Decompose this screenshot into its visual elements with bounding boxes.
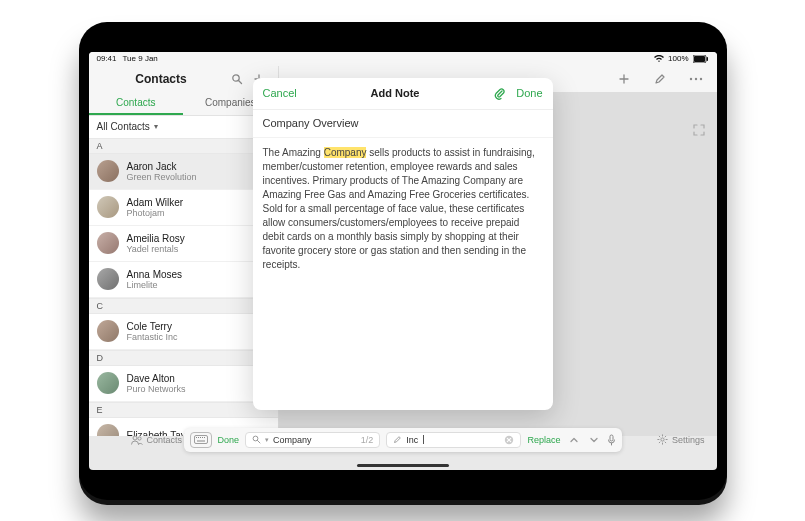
done-button[interactable]: Done (516, 87, 542, 99)
note-body-prefix: The Amazing (263, 147, 324, 158)
prev-match-button[interactable] (567, 435, 581, 445)
microphone-icon[interactable] (607, 434, 616, 446)
contact-company: Limelite (127, 280, 183, 290)
contact-list[interactable]: All Contacts ▾ A Aaron JackGreen Revolut… (89, 116, 279, 436)
contact-company: Yadel rentals (127, 244, 185, 254)
tab-companies-label: Companies (205, 97, 256, 108)
list-item[interactable]: Adam WilkerPhotojam (89, 190, 278, 226)
contact-name: Ameilia Rosy (127, 233, 185, 244)
contact-company: Photojam (127, 208, 184, 218)
contact-name: Anna Moses (127, 269, 183, 280)
contact-company: Green Revolution (127, 172, 197, 182)
wifi-icon (654, 55, 664, 63)
pencil-icon (393, 435, 402, 444)
status-bar: 09:41 Tue 9 Jan 100% (89, 52, 717, 66)
clear-icon[interactable] (504, 435, 514, 445)
add-note-modal: Cancel Add Note Done Company Overview Th… (253, 78, 553, 410)
cancel-button[interactable]: Cancel (263, 87, 297, 99)
status-date: Tue 9 Jan (123, 54, 158, 63)
replace-input[interactable]: Inc (386, 432, 521, 448)
sidebar-title: Contacts (97, 72, 226, 86)
people-icon (131, 435, 143, 445)
note-subject-value: Company Overview (263, 117, 359, 129)
modal-title: Add Note (297, 87, 493, 99)
list-item[interactable]: Anna MosesLimelite (89, 262, 278, 298)
sidebar-tabs: Contacts Companies (89, 92, 278, 116)
chevron-down-icon: ▾ (154, 122, 158, 131)
svg-rect-14 (194, 436, 207, 444)
bottom-contacts-chip[interactable]: Contacts (131, 428, 183, 452)
battery-pct: 100% (668, 54, 688, 63)
svg-rect-20 (197, 441, 205, 442)
avatar (97, 268, 119, 290)
bottom-settings-chip[interactable]: Settings (657, 428, 705, 452)
screen: 09:41 Tue 9 Jan 100% Contacts (89, 52, 717, 470)
list-item[interactable]: Cole TerryFantastic Inc (89, 314, 278, 350)
replace-button[interactable]: Replace (527, 435, 560, 445)
header-add-icon[interactable] (613, 68, 635, 90)
contact-name: Dave Alton (127, 373, 186, 384)
avatar (97, 424, 119, 436)
find-input[interactable]: ▾ Company 1/2 (245, 432, 380, 448)
bottom-settings-label: Settings (672, 435, 705, 445)
section-letter: E (97, 405, 103, 415)
list-item[interactable]: Aaron JackGreen Revolution (89, 154, 278, 190)
more-icon[interactable] (685, 68, 707, 90)
chevron-down-icon[interactable]: ▾ (265, 436, 269, 444)
svg-line-22 (257, 440, 260, 443)
section-letter: C (97, 301, 104, 311)
search-icon[interactable] (226, 68, 248, 90)
battery-icon (693, 55, 709, 63)
pencil-icon[interactable] (649, 68, 671, 90)
match-count: 1/2 (361, 435, 374, 445)
svg-point-13 (137, 436, 140, 439)
avatar (97, 196, 119, 218)
section-letter: A (97, 141, 103, 151)
section-header: D (89, 350, 278, 366)
home-indicator[interactable] (357, 464, 449, 467)
svg-rect-24 (610, 435, 613, 441)
list-item[interactable]: Ameilia RosyYadel rentals (89, 226, 278, 262)
svg-rect-19 (204, 437, 205, 438)
section-letter: D (97, 353, 104, 363)
search-icon (252, 435, 261, 444)
find-value: Company (273, 435, 312, 445)
note-subject-field[interactable]: Company Overview (253, 110, 553, 138)
contact-company: Puro Networks (127, 384, 186, 394)
tab-contacts-label: Contacts (116, 97, 155, 108)
filter-dropdown[interactable]: All Contacts ▾ (89, 116, 278, 138)
note-body-suffix: sells products to assist in fundraising,… (263, 147, 535, 270)
svg-line-4 (238, 80, 241, 83)
note-body-highlight: Company (324, 147, 367, 158)
avatar (97, 232, 119, 254)
svg-rect-15 (196, 437, 197, 438)
svg-point-9 (689, 77, 691, 79)
note-body-field[interactable]: The Amazing Company sells products to as… (253, 138, 553, 280)
bottom-contacts-label: Contacts (147, 435, 183, 445)
svg-rect-17 (200, 437, 201, 438)
section-header: A (89, 138, 278, 154)
paperclip-icon[interactable] (493, 87, 506, 100)
svg-rect-1 (694, 56, 705, 62)
keyboard-toggle-icon[interactable] (190, 432, 212, 448)
svg-rect-16 (198, 437, 199, 438)
svg-rect-2 (706, 57, 708, 61)
svg-point-10 (694, 77, 696, 79)
section-header: C (89, 298, 278, 314)
filter-label: All Contacts (97, 121, 150, 132)
avatar (97, 160, 119, 182)
find-replace-bar: Done ▾ Company 1/2 Inc (184, 428, 622, 452)
expand-icon[interactable] (693, 124, 705, 136)
svg-point-25 (661, 438, 664, 441)
list-item[interactable]: Dave AltonPuro Networks (89, 366, 278, 402)
tab-contacts[interactable]: Contacts (89, 92, 184, 115)
svg-point-12 (133, 436, 137, 440)
next-match-button[interactable] (587, 435, 601, 445)
avatar (97, 372, 119, 394)
svg-rect-18 (202, 437, 203, 438)
text-cursor (423, 435, 424, 444)
findbar-done-button[interactable]: Done (218, 435, 240, 445)
tablet-frame: 09:41 Tue 9 Jan 100% Contacts (79, 22, 727, 500)
gear-icon (657, 434, 668, 445)
contact-company: Fantastic Inc (127, 332, 178, 342)
